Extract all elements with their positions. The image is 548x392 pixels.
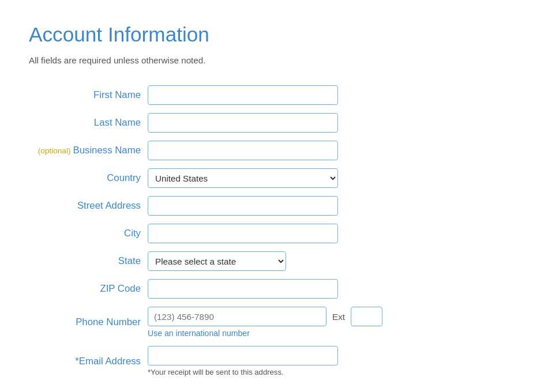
city-label: City bbox=[124, 228, 141, 239]
city-row: City bbox=[29, 220, 519, 247]
city-input[interactable] bbox=[148, 224, 338, 243]
business-name-label: Business Name bbox=[73, 145, 141, 156]
street-address-input[interactable] bbox=[148, 196, 338, 216]
email-address-input[interactable] bbox=[148, 346, 338, 365]
optional-tag: (optional) bbox=[38, 146, 71, 155]
form-subtitle: All fields are required unless otherwise… bbox=[29, 55, 519, 65]
phone-number-input[interactable] bbox=[148, 307, 326, 326]
zip-code-label: ZIP Code bbox=[100, 283, 141, 294]
street-address-label: Street Address bbox=[77, 200, 141, 211]
last-name-input[interactable] bbox=[148, 113, 338, 133]
zip-code-input[interactable] bbox=[148, 279, 338, 299]
ext-input[interactable] bbox=[351, 307, 382, 326]
email-address-label: *Email Address bbox=[75, 356, 141, 367]
street-address-row: Street Address bbox=[29, 192, 519, 220]
phone-number-label: Phone Number bbox=[76, 316, 141, 327]
business-name-row: (optional)Business Name bbox=[29, 137, 519, 164]
state-row: State Please select a state Alabama Alas… bbox=[29, 247, 519, 275]
account-form: First Name Last Name (optional)Business … bbox=[29, 81, 519, 380]
page-title: Account Information bbox=[29, 23, 519, 46]
first-name-input[interactable] bbox=[148, 85, 338, 105]
country-row: Country United States Canada United King… bbox=[29, 164, 519, 192]
first-name-row: First Name bbox=[29, 81, 519, 109]
phone-wrapper: Ext bbox=[148, 307, 516, 326]
receipt-note: *Your receipt will be sent to this addre… bbox=[148, 368, 516, 376]
intl-number-link[interactable]: Use an international number bbox=[148, 329, 516, 338]
first-name-label: First Name bbox=[93, 89, 141, 100]
country-select[interactable]: United States Canada United Kingdom Aust… bbox=[148, 168, 338, 188]
country-label: Country bbox=[107, 172, 141, 183]
business-name-input[interactable] bbox=[148, 141, 338, 160]
phone-number-row: Phone Number Ext Use an international nu… bbox=[29, 303, 519, 342]
zip-code-row: ZIP Code bbox=[29, 275, 519, 303]
state-label: State bbox=[118, 255, 141, 266]
email-address-row: *Email Address *Your receipt will be sen… bbox=[29, 342, 519, 380]
ext-label: Ext bbox=[332, 312, 345, 322]
state-select[interactable]: Please select a state Alabama Alaska Ari… bbox=[148, 251, 286, 271]
last-name-row: Last Name bbox=[29, 109, 519, 137]
last-name-label: Last Name bbox=[94, 117, 141, 128]
